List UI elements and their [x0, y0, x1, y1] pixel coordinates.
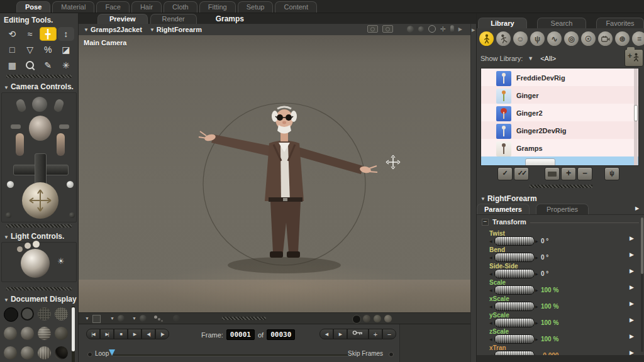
- translate-in-out-tool-icon[interactable]: ↕: [58, 27, 75, 41]
- display-style-wireframe-icon[interactable]: [38, 307, 51, 321]
- rotate-camera-icon[interactable]: [418, 26, 424, 32]
- lights-category-icon[interactable]: ☉: [581, 31, 596, 46]
- parameters-scrollbar[interactable]: [641, 217, 643, 352]
- toolbar-expand-icon[interactable]: [458, 26, 462, 32]
- create-full-scene-button[interactable]: [514, 167, 529, 180]
- breadcrumb-figure[interactable]: Gramps2Jacket: [91, 26, 142, 33]
- add-to-library-button-small[interactable]: [561, 167, 576, 180]
- expressions-category-icon[interactable]: ☺: [513, 31, 528, 46]
- viewport-layout-icon[interactable]: [92, 315, 101, 323]
- sun-flare-icon[interactable]: ☀: [57, 256, 65, 266]
- display-style-smooth-shaded-icon[interactable]: [4, 346, 17, 359]
- roll-right-ball-icon[interactable]: [67, 181, 74, 188]
- viewport-canvas[interactable]: Main Camera: [79, 35, 470, 312]
- dolly-camera-icon[interactable]: [450, 25, 454, 33]
- transform-group-header[interactable]: − Transform: [482, 218, 639, 226]
- param-value[interactable]: 100 %: [541, 303, 558, 310]
- hair-category-icon[interactable]: ∿: [547, 31, 562, 46]
- document-display-scrollbar[interactable]: [72, 306, 75, 362]
- display-style-texture-shaded-icon[interactable]: [38, 346, 51, 359]
- dolly-vertical-icon[interactable]: [35, 153, 47, 186]
- light-dot-icon[interactable]: [33, 241, 40, 248]
- tab-setup[interactable]: Setup: [238, 1, 274, 13]
- skip-frames-toggle[interactable]: [389, 352, 394, 357]
- splitter-arrow-icon[interactable]: [472, 28, 475, 33]
- param-value[interactable]: 100 %: [541, 287, 558, 293]
- rotate-tool-icon[interactable]: ⟲: [4, 27, 21, 41]
- shadow-icon[interactable]: [140, 315, 147, 322]
- param-dial[interactable]: [494, 236, 535, 246]
- library-item[interactable]: FreddieDevRig: [481, 70, 638, 87]
- dial-decrement-icon[interactable]: [489, 304, 492, 309]
- tab-pose[interactable]: Pose: [16, 1, 50, 13]
- depth-cue-menu-icon[interactable]: [110, 316, 114, 321]
- actor-name[interactable]: RightForearm: [487, 194, 537, 203]
- tab-hair[interactable]: Hair: [131, 1, 162, 13]
- twist-tool-icon[interactable]: ≈: [22, 27, 39, 41]
- pan-camera-icon[interactable]: ✛: [440, 26, 446, 33]
- port-menu-triangle-icon[interactable]: [85, 316, 89, 321]
- loop-toggle[interactable]: [87, 352, 92, 357]
- param-dial[interactable]: [494, 285, 535, 295]
- breadcrumb-actor[interactable]: RightForearm: [157, 26, 202, 33]
- show-library-dropdown-icon[interactable]: [528, 55, 533, 62]
- head-camera-icon[interactable]: [32, 97, 47, 112]
- show-library-value[interactable]: <All>: [540, 55, 556, 62]
- tab-search[interactable]: Search: [537, 18, 586, 28]
- edit-keyframes-button[interactable]: [347, 329, 369, 339]
- corner-knob-icon[interactable]: [6, 212, 11, 218]
- poses-category-icon[interactable]: [496, 31, 511, 46]
- figure-menu-triangle-icon[interactable]: [84, 27, 89, 33]
- trackball-icon[interactable]: [22, 182, 58, 219]
- taper-tool-icon[interactable]: ▽: [22, 43, 39, 57]
- last-frame-button[interactable]: ▶|: [100, 329, 114, 339]
- tab-favorites[interactable]: Favorites: [596, 18, 644, 28]
- param-dial[interactable]: [494, 318, 535, 327]
- cameras-category-icon[interactable]: [598, 31, 613, 46]
- display-style-hidden-line-icon[interactable]: [55, 307, 68, 321]
- library-item-list[interactable]: FreddieDevRig Ginger Ginger2 Ginger2DevR…: [480, 68, 639, 166]
- actor-menu-triangle-icon[interactable]: [150, 27, 155, 33]
- add-keyframe-button[interactable]: +: [369, 329, 382, 339]
- quick-style-shaded-icon[interactable]: [363, 315, 370, 322]
- tab-material[interactable]: Material: [52, 1, 94, 13]
- stop-button[interactable]: ■: [114, 329, 128, 339]
- total-frames-field[interactable]: 00030: [267, 329, 295, 340]
- param-dial[interactable]: [494, 334, 535, 344]
- quick-style-textured-icon[interactable]: [384, 315, 392, 322]
- camera-view-icon[interactable]: [367, 25, 378, 33]
- tracking-dots-icon[interactable]: [154, 315, 157, 319]
- timeline-position-marker[interactable]: [109, 349, 115, 356]
- tracking-ball-icon[interactable]: [173, 315, 180, 322]
- light-dot-icon[interactable]: [17, 246, 23, 252]
- param-value[interactable]: 0 °: [541, 238, 548, 244]
- collapse-triangle-icon[interactable]: [4, 234, 9, 240]
- delete-keyframe-button[interactable]: −: [382, 329, 396, 339]
- view-magnifier-tool-icon[interactable]: [22, 58, 39, 72]
- library-scrollbar[interactable]: [634, 69, 638, 165]
- shadow-menu-icon[interactable]: [132, 316, 136, 321]
- step-back-button[interactable]: ◀|: [142, 329, 155, 339]
- dial-increment-icon[interactable]: [535, 304, 538, 309]
- add-to-library-button[interactable]: +: [625, 49, 643, 67]
- roll-left-ball-icon[interactable]: [7, 181, 14, 188]
- face-camera-icon[interactable]: [29, 116, 52, 141]
- display-style-lit-wireframe-icon[interactable]: [4, 327, 17, 340]
- collapse-triangle-icon[interactable]: [4, 85, 9, 90]
- param-dial[interactable]: [494, 253, 535, 262]
- left-hand-icon[interactable]: [16, 133, 24, 156]
- library-item[interactable]: Ginger2: [481, 105, 638, 123]
- display-style-cartoon-icon[interactable]: [55, 327, 68, 340]
- param-value[interactable]: 0 °: [541, 254, 548, 261]
- dial-decrement-icon[interactable]: [489, 321, 492, 325]
- step-forward-button[interactable]: |▶: [155, 329, 169, 339]
- display-style-shadowed-icon[interactable]: [55, 346, 68, 359]
- tab-library[interactable]: Library: [478, 18, 527, 28]
- timeline-scrub-track[interactable]: [113, 354, 353, 356]
- previous-key-button[interactable]: ◀: [319, 329, 333, 339]
- display-style-smooth-lined-icon[interactable]: [21, 346, 34, 359]
- light-sphere-icon[interactable]: [21, 249, 50, 278]
- dial-increment-icon[interactable]: [535, 272, 538, 276]
- dial-decrement-icon[interactable]: [489, 255, 492, 260]
- orbit-camera-icon[interactable]: [407, 26, 414, 33]
